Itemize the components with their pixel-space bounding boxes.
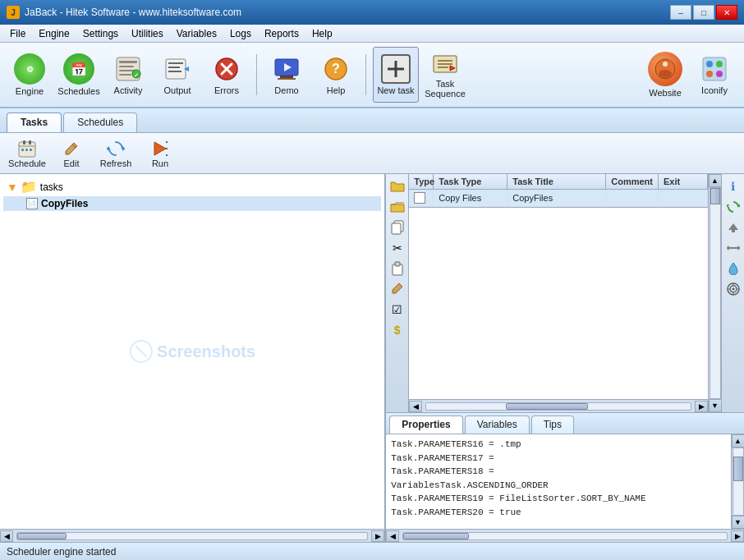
rside-info-btn[interactable]: ℹ [724,177,742,195]
run-label: Run [152,158,168,168]
bottom-scroll-right[interactable]: ▶ [731,530,744,542]
toolbar-website-button[interactable]: Website [642,47,688,103]
side-edit2-btn[interactable] [388,280,406,298]
svg-rect-2 [119,66,134,67]
prop-line-3: Task.PARAMETERS18 = [391,465,726,479]
svg-line-51 [135,346,147,357]
engine-label: Engine [16,86,44,96]
task-scroll-right[interactable]: ▶ [695,401,708,412]
main-toolbar: ⚙ Engine 📅 Schedules ✓ Activity [0,43,744,108]
menu-reports[interactable]: Reports [258,26,305,41]
svg-rect-40 [21,149,24,151]
side-check-btn[interactable]: ☑ [388,301,406,319]
scroll-thumb-left [17,533,67,539]
scroll-track-left [16,532,368,540]
edit-label: Edit [64,158,80,168]
toolbar-activity-button[interactable]: ✓ Activity [105,47,151,103]
svg-point-29 [663,62,668,67]
rside-up-btn[interactable] [724,218,742,236]
svg-point-34 [706,71,713,77]
svg-point-33 [716,61,723,67]
tree-root-tasks[interactable]: ▼ 📁 tasks [3,177,381,196]
side-copy-btn[interactable] [388,218,406,236]
tab-schedules[interactable]: Schedules [63,112,137,132]
side-paste-btn[interactable] [388,259,406,278]
errors-label: Errors [214,85,239,95]
row-tasktitle: CopyFiles [507,190,606,206]
task-hscroll: ◀ ▶ [409,399,708,412]
rside-target-btn[interactable] [724,280,742,298]
toolbar-output-button[interactable]: Output [154,47,200,103]
website-label: Website [649,88,682,98]
iconify-label: Iconify [701,85,728,95]
svg-point-65 [732,288,734,291]
close-button[interactable]: ✕ [716,5,737,20]
table-row[interactable]: Copy Files CopyFiles [409,190,708,207]
svg-rect-31 [703,57,726,80]
menu-help[interactable]: Help [305,26,339,41]
row-comment [606,190,659,206]
tab-bar: Tasks Schedules [0,108,744,133]
action-bar: Schedule Edit Refresh [0,133,744,174]
prop-line-6: Task.PARAMETERS20 = true [391,506,726,520]
side-dollar-btn[interactable]: $ [388,321,406,339]
toolbar-engine-button[interactable]: ⚙ Engine [7,47,53,103]
prop-line-5: Task.PARAMETERS19 = FileListSorter.SORT_… [391,492,726,506]
menu-variables[interactable]: Variables [170,26,223,41]
side-cut-btn[interactable]: ✂ [388,239,406,257]
svg-rect-8 [168,62,183,64]
col-type: Type [409,174,434,189]
toolbar-help-button[interactable]: ? Help [313,47,359,103]
scroll-right-btn[interactable]: ▶ [371,530,384,542]
rside-move-btn[interactable] [724,239,742,257]
toolbar-newtask-button[interactable]: New task [373,47,419,103]
toolbar-demo-button[interactable]: Demo [264,47,310,103]
bottom-scroll-left[interactable]: ◀ [386,530,399,542]
help-icon: ? [321,54,351,84]
menu-settings[interactable]: Settings [76,26,125,41]
task-scroll-left[interactable]: ◀ [409,401,422,412]
vscroll-down[interactable]: ▼ [709,399,722,412]
rside-drop-btn[interactable] [724,259,742,278]
btab-tips[interactable]: Tips [531,415,574,434]
tree-item-copyfiles[interactable]: 📄 CopyFiles [3,196,381,211]
menu-file[interactable]: File [3,26,32,41]
refresh-label: Refresh [100,158,132,168]
vscroll-up[interactable]: ▲ [709,174,722,187]
edit-icon [62,139,81,158]
menu-utilities[interactable]: Utilities [125,26,170,41]
window-title: JaBack - Hitek Software - www.hiteksoftw… [25,7,241,18]
newtask-icon [381,54,411,84]
watermark: Screenshots [129,339,255,364]
btab-variables[interactable]: Variables [465,415,530,434]
toolbar-sep-1 [256,54,257,95]
row-tasktype: Copy Files [434,190,507,206]
bottom-scroll-thumb [403,533,469,539]
rside-refresh-btn[interactable] [724,198,742,216]
side-open-folder-btn[interactable] [388,177,406,195]
bottom-vscroll-up[interactable]: ▲ [732,434,745,448]
app-icon: J [7,6,20,19]
center-right: Type Task Type Task Title Comment Exit C… [409,174,708,412]
toolbar-schedules-button[interactable]: 📅 Schedules [56,47,102,103]
minimize-button[interactable]: – [670,5,691,20]
refresh-button[interactable]: Refresh [95,136,136,171]
toolbar-iconify-button[interactable]: Iconify [691,47,737,103]
run-button[interactable]: Run [140,136,181,171]
svg-rect-41 [25,149,28,151]
menu-bar: File Engine Settings Utilities Variables… [0,25,744,43]
toolbar-taskseq-button[interactable]: Task Sequence [422,47,468,103]
scroll-left-btn[interactable]: ◀ [0,530,13,542]
menu-logs[interactable]: Logs [223,26,258,41]
tab-tasks[interactable]: Tasks [7,112,62,132]
menu-engine[interactable]: Engine [32,26,76,41]
edit-button[interactable]: Edit [51,136,92,171]
side-folder2-btn[interactable] [388,198,406,216]
toolbar-errors-button[interactable]: Errors [204,47,250,103]
btab-properties[interactable]: Properties [389,415,462,434]
task-scroll-thumb [506,403,588,410]
bottom-vscroll-down[interactable]: ▼ [732,516,745,529]
schedule-button[interactable]: Schedule [7,136,48,171]
maximize-button[interactable]: □ [693,5,714,20]
row-type [409,190,434,206]
